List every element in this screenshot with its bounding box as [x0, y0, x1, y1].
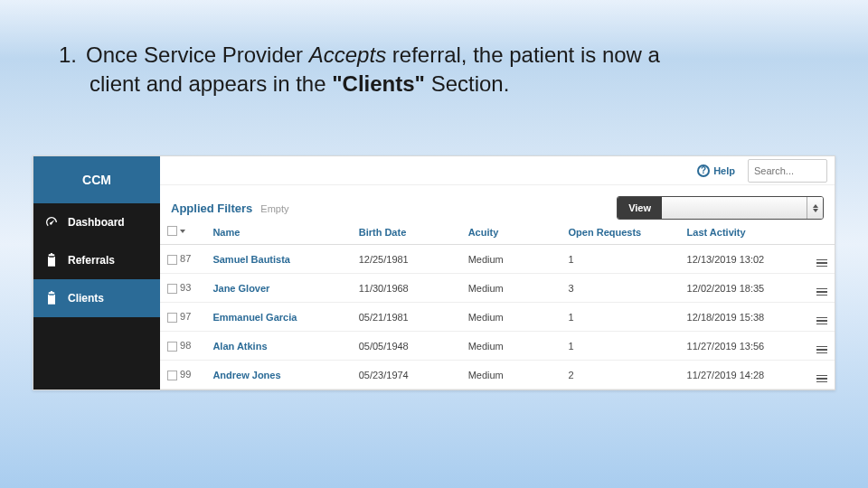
row-acuity: Medium	[461, 361, 561, 389]
header-last[interactable]: Last Activity	[680, 220, 807, 245]
row-name[interactable]: Emmanuel Garcia	[205, 303, 351, 332]
row-last: 11/27/2019 13:56	[680, 332, 807, 361]
row-open: 2	[561, 361, 680, 389]
row-birth: 05/05/1948	[352, 332, 461, 361]
row-checkbox[interactable]	[167, 255, 177, 265]
view-select-value	[662, 197, 807, 219]
row-id: 98	[180, 340, 191, 351]
table-row[interactable]: 97Emmanuel Garcia05/21/1981Medium112/18/…	[160, 303, 835, 332]
topbar: ? Help	[160, 156, 835, 185]
applied-filters-label: Applied Filters	[171, 202, 252, 215]
row-open: 1	[561, 303, 680, 332]
view-label: View	[618, 197, 662, 219]
row-name[interactable]: Samuel Bautista	[205, 245, 351, 274]
chevron-down-icon	[180, 230, 185, 233]
row-name[interactable]: Jane Glover	[205, 274, 351, 303]
stepper-icon	[807, 197, 823, 219]
row-id: 97	[180, 311, 191, 322]
row-menu-icon[interactable]	[816, 346, 827, 354]
row-id: 93	[180, 282, 191, 293]
clipboard-icon	[44, 291, 59, 305]
row-birth: 11/30/1968	[352, 274, 461, 303]
sidebar: CCM DashboardReferralsClients	[33, 156, 160, 389]
app-screenshot: CCM DashboardReferralsClients ? Help App…	[33, 155, 835, 390]
row-last: 12/02/2019 18:35	[680, 274, 807, 303]
table-row[interactable]: 98Alan Atkins05/05/1948Medium111/27/2019…	[160, 332, 835, 361]
sidebar-item-label: Clients	[68, 292, 104, 305]
help-label: Help	[713, 165, 735, 176]
row-menu-icon[interactable]	[816, 259, 827, 267]
row-id: 99	[180, 369, 191, 380]
clients-word: "Clients"	[332, 71, 425, 96]
sidebar-item-clients[interactable]: Clients	[33, 279, 160, 317]
filters-row: Applied Filters Empty View	[160, 196, 835, 220]
row-acuity: Medium	[461, 303, 561, 332]
row-checkbox[interactable]	[167, 284, 177, 294]
sidebar-item-label: Dashboard	[68, 216, 125, 229]
row-last: 12/13/2019 13:02	[680, 245, 807, 274]
sidebar-item-dashboard[interactable]: Dashboard	[33, 203, 160, 241]
row-acuity: Medium	[461, 245, 561, 274]
sidebar-item-label: Referrals	[68, 254, 115, 267]
table-row[interactable]: 93Jane Glover11/30/1968Medium312/02/2019…	[160, 274, 835, 303]
table-row[interactable]: 99Andrew Jones05/23/1974Medium211/27/201…	[160, 361, 835, 389]
gauge-icon	[44, 215, 59, 230]
header-open[interactable]: Open Requests	[561, 220, 680, 245]
search-input[interactable]	[748, 159, 827, 183]
header-name[interactable]: Name	[205, 220, 351, 245]
clipboard-icon	[44, 253, 59, 267]
row-checkbox[interactable]	[167, 342, 177, 352]
row-open: 1	[561, 332, 680, 361]
row-last: 12/18/2019 15:38	[680, 303, 807, 332]
row-last: 11/27/2019 14:28	[680, 361, 807, 389]
header-birth[interactable]: Birth Date	[352, 220, 461, 245]
sidebar-item-referrals[interactable]: Referrals	[33, 241, 160, 279]
help-icon: ?	[697, 164, 710, 177]
table-row[interactable]: 87Samuel Bautista12/25/1981Medium112/13/…	[160, 245, 835, 274]
row-birth: 05/21/1981	[352, 303, 461, 332]
row-menu-icon[interactable]	[816, 375, 827, 383]
brand-logo[interactable]: CCM	[33, 156, 160, 203]
help-link[interactable]: ? Help	[697, 164, 735, 177]
row-name[interactable]: Andrew Jones	[205, 361, 351, 389]
row-menu-icon[interactable]	[816, 288, 827, 296]
header-acuity[interactable]: Acuity	[461, 220, 561, 245]
row-acuity: Medium	[461, 332, 561, 361]
row-name[interactable]: Alan Atkins	[205, 332, 351, 361]
row-open: 1	[561, 245, 680, 274]
row-checkbox[interactable]	[167, 371, 177, 380]
view-selector[interactable]: View	[617, 196, 824, 220]
row-menu-icon[interactable]	[816, 317, 827, 325]
row-acuity: Medium	[461, 274, 561, 303]
row-checkbox[interactable]	[167, 313, 177, 323]
row-birth: 05/23/1974	[352, 361, 461, 389]
main-panel: ? Help Applied Filters Empty View	[160, 156, 835, 389]
instruction-text: 1.Once Service Provider Accepts referral…	[59, 41, 818, 99]
header-checkbox[interactable]	[160, 220, 205, 245]
accepts-word: Accepts	[309, 42, 386, 67]
row-birth: 12/25/1981	[352, 245, 461, 274]
row-id: 87	[180, 253, 191, 264]
clients-table: Name Birth Date Acuity Open Requests Las…	[160, 220, 835, 389]
applied-filters-empty: Empty	[260, 203, 288, 214]
row-open: 3	[561, 274, 680, 303]
list-number: 1.	[59, 41, 86, 70]
